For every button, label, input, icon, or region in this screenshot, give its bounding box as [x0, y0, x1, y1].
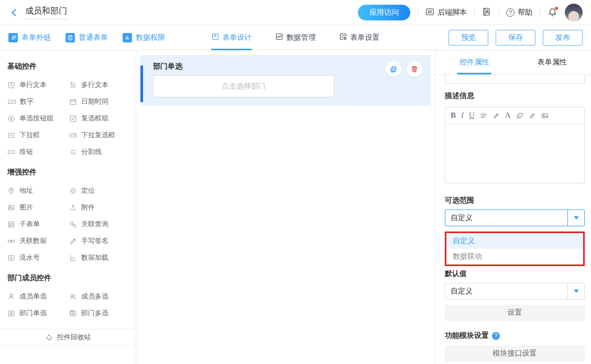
crosshair-icon: [69, 187, 77, 195]
settings-button[interactable]: 设置: [445, 305, 585, 321]
calendar-icon: [69, 98, 77, 106]
avatar[interactable]: [565, 4, 583, 21]
duplicate-icon[interactable]: [516, 112, 523, 119]
widget-serial-number[interactable]: 流水号: [7, 249, 69, 266]
back-icon[interactable]: [8, 7, 20, 18]
tab-form-properties[interactable]: 表单属性: [513, 50, 591, 74]
widget-linked-data[interactable]: 关联数据: [7, 233, 69, 249]
widget-image[interactable]: 图片: [7, 199, 69, 216]
annotation-highlight-box: 自定义 数据联动: [445, 231, 585, 266]
widget-number[interactable]: 123 数字: [7, 93, 69, 110]
data-permission-item[interactable]: 数据权限: [123, 33, 165, 42]
rich-text-toolbar: B I U A: [445, 107, 584, 124]
widget-divider[interactable]: 分割线: [69, 144, 131, 160]
italic-icon[interactable]: I: [461, 111, 464, 120]
contacts-button[interactable]: [482, 7, 491, 18]
module-help-icon[interactable]: ?: [492, 332, 500, 340]
widget-multi-select[interactable]: 下拉复选框: [69, 127, 131, 144]
department-icon: [7, 310, 15, 317]
unlink-icon[interactable]: [529, 112, 536, 119]
help-label: 帮助: [518, 8, 532, 17]
divider: [474, 8, 475, 17]
divider-icon: [69, 148, 77, 156]
description-label: 描述信息: [445, 91, 585, 101]
app-access-button[interactable]: 应用访问: [358, 5, 410, 20]
divider: [540, 8, 540, 17]
optional-range-select[interactable]: 自定义: [445, 209, 585, 226]
widget-recycle-bin[interactable]: 控件回收站: [0, 329, 136, 346]
backend-script-label: 后端脚本: [437, 8, 467, 17]
widget-data-load[interactable]: 数据加载: [69, 249, 131, 266]
page-title[interactable]: 成员和部门: [25, 6, 67, 19]
module-settings-label: 功能模块设置: [445, 331, 489, 340]
widget-dept-multi[interactable]: 部门多选: [69, 305, 131, 322]
publish-button[interactable]: 发布: [543, 30, 583, 46]
widget-checkbox-group[interactable]: 复选框组: [69, 110, 131, 127]
underline-icon[interactable]: U: [469, 111, 475, 120]
checkbox-icon: [69, 115, 77, 123]
widget-location[interactable]: 定位: [69, 182, 131, 199]
description-textarea[interactable]: [445, 124, 584, 183]
copy-icon: [389, 65, 398, 73]
widget-attachment[interactable]: 附件: [69, 199, 131, 216]
tab-form-settings-label: 表单设置: [351, 33, 380, 42]
dept-picker-input[interactable]: 点击选择部门: [153, 75, 334, 97]
optional-range-label: 可选范围: [445, 196, 585, 205]
module-api-settings-button[interactable]: 模块接口设置: [445, 346, 585, 361]
caret-zone[interactable]: [567, 210, 584, 226]
tab-data-manage-label: 数据管理: [287, 33, 316, 42]
description-editor[interactable]: B I U A: [445, 107, 585, 183]
widget-multi-line-text[interactable]: 多行文本: [69, 76, 131, 93]
widget-subform[interactable]: 子表单: [7, 216, 69, 233]
save-button[interactable]: 保存: [496, 30, 535, 46]
tab-form-design-label: 表单设计: [223, 33, 252, 42]
delete-field-button[interactable]: [407, 61, 422, 77]
section-title-basic: 基础控件: [7, 62, 136, 71]
copy-field-button[interactable]: [386, 61, 401, 77]
image-icon: [7, 204, 15, 212]
default-value-label: 默认值: [445, 269, 585, 279]
widget-datetime[interactable]: 日期时间: [69, 93, 131, 110]
widget-member-multi[interactable]: 成员多选: [69, 288, 131, 305]
caret-zone[interactable]: [567, 283, 584, 299]
chevron-down-icon: [574, 216, 579, 219]
normal-form-item[interactable]: 普通表单: [65, 33, 108, 42]
selected-field-card[interactable]: 部门单选 点击选择部门: [140, 55, 431, 106]
backend-script-button[interactable]: 后端脚本: [425, 7, 467, 18]
widget-dept-single[interactable]: 部门单选: [7, 305, 69, 322]
option-data-linkage[interactable]: 数据联动: [446, 249, 583, 264]
select-icon: [7, 131, 15, 139]
preview-button[interactable]: 预览: [448, 30, 488, 46]
widget-member-single[interactable]: 成员单选: [7, 288, 69, 305]
tab-form-design[interactable]: 表单设计: [211, 25, 252, 50]
map-pin-icon: [7, 187, 15, 195]
normal-form-label: 普通表单: [79, 33, 108, 42]
code-icon: [425, 7, 434, 18]
recycle-icon: [45, 334, 53, 341]
image-insert-icon[interactable]: [541, 112, 549, 119]
option-custom[interactable]: 自定义: [446, 233, 583, 249]
help-button[interactable]: ? 帮助: [506, 8, 532, 17]
department-multi-icon: [69, 310, 77, 317]
form-external-link-item[interactable]: 表单外链: [8, 33, 51, 42]
widget-button[interactable]: 按钮: [7, 144, 69, 160]
widget-signature[interactable]: 手写签名: [69, 233, 131, 249]
bold-icon[interactable]: B: [451, 111, 456, 120]
default-value-select[interactable]: 自定义: [445, 283, 585, 300]
font-icon[interactable]: A: [505, 111, 511, 120]
title-input-partial[interactable]: [445, 75, 585, 84]
widget-address[interactable]: 地址: [7, 182, 69, 199]
widget-select[interactable]: 下拉框: [7, 127, 69, 144]
form-canvas[interactable]: 部门单选 点击选择部门: [136, 50, 435, 364]
align-icon[interactable]: [480, 112, 487, 119]
tab-data-manage[interactable]: 数据管理: [275, 25, 316, 50]
tab-widget-properties[interactable]: 控件属性: [435, 50, 513, 74]
widget-radio-group[interactable]: 单选按钮组: [7, 110, 69, 127]
form-mode-tabs: 表单设计 数据管理 表单设置: [211, 25, 380, 50]
notification-bell-icon[interactable]: [548, 7, 557, 17]
trash-icon: [410, 65, 419, 73]
tab-form-settings[interactable]: 表单设置: [339, 25, 380, 50]
widget-single-line-text[interactable]: 单行文本: [7, 76, 69, 93]
widget-linked-query[interactable]: 关联查询: [69, 216, 131, 233]
pencil-icon[interactable]: [492, 112, 500, 119]
